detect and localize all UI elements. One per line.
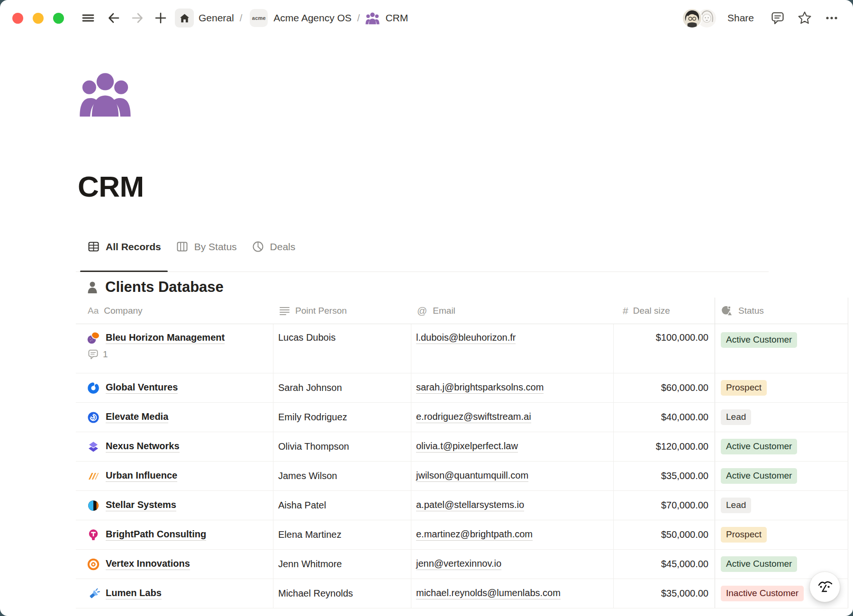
notion-ai-button[interactable] [809,571,840,602]
point-person-cell[interactable]: James Wilson [273,462,411,490]
point-person-cell[interactable]: Elena Martinez [273,520,411,549]
column-header-point-person[interactable]: Point Person [273,298,411,324]
company-cell[interactable]: Bleu Horizon Management 1 [76,324,273,373]
table-view-icon [88,241,100,253]
status-cell[interactable]: Active Customer [715,432,848,461]
collaborator-avatars[interactable] [682,8,717,28]
table-row: Global Ventures Sarah Johnson sarah.j@br… [76,373,848,403]
column-label: Email [433,306,455,316]
company-cell[interactable]: Nexus Networks [76,432,273,461]
column-header-email[interactable]: @ Email [411,298,613,324]
share-button[interactable]: Share [727,12,754,24]
company-cell[interactable]: Global Ventures [76,373,273,402]
status-badge: Active Customer [721,556,797,572]
column-header-deal-size[interactable]: # Deal size [613,298,715,324]
column-header-status[interactable]: Status [715,298,848,324]
status-cell[interactable]: Lead [715,403,848,432]
status-cell[interactable]: Lead [715,491,848,520]
email-cell[interactable]: l.dubois@bleuhorizon.fr [411,324,613,373]
workspace-logo[interactable]: acme [250,9,268,27]
new-tab-button[interactable] [154,11,167,25]
more-options-button[interactable] [825,11,839,25]
sidebar-menu-button[interactable] [81,11,95,25]
tab-all-records[interactable]: All Records [88,241,161,253]
comment-count-row[interactable]: 1 [87,349,108,360]
company-cell[interactable]: Lumen Labs [76,579,273,608]
company-cell[interactable]: Urban Influence [76,462,273,490]
breadcrumb-workspace[interactable]: Acme Agency OS [273,12,352,24]
point-person-cell[interactable]: Jenn Whitmore [273,550,411,579]
page-icon-button[interactable] [79,69,132,117]
company-cell[interactable]: Stellar Systems [76,491,273,520]
deal-size-cell[interactable]: $100,000.00 [613,324,715,373]
company-cell[interactable]: Elevate Media [76,403,273,432]
favorite-button[interactable] [797,10,812,26]
deal-size-cell[interactable]: $50,000.00 [613,520,715,549]
email-cell[interactable]: e.martinez@brightpath.com [411,520,613,549]
app-window: General / acme Acme Agency OS / CRM Shar… [0,0,853,616]
company-name-link[interactable]: Global Ventures [106,382,178,394]
company-name-link[interactable]: Nexus Networks [106,441,180,453]
minimize-window-button[interactable] [33,13,44,24]
point-person-cell[interactable]: Michael Reynolds [273,579,411,608]
email-cell[interactable]: jwilson@quantumquill.com [411,462,613,490]
back-button[interactable] [107,11,120,25]
status-cell[interactable]: Active Customer [715,462,848,490]
point-person: Emily Rodriguez [278,412,347,423]
email-link[interactable]: jwilson@quantumquill.com [416,470,528,482]
email-link[interactable]: olivia.t@pixelperfect.law [416,441,518,453]
breadcrumb-page[interactable]: CRM [385,12,408,24]
company-name-link[interactable]: Lumen Labs [106,588,162,599]
close-window-button[interactable] [12,13,23,24]
company-cell[interactable]: Vertex Innovations [76,550,273,579]
email-cell[interactable]: jenn@vertexinnov.io [411,550,613,579]
status-cell[interactable]: Prospect [715,520,848,549]
database-title[interactable]: Clients Database [105,279,224,296]
email-cell[interactable]: olivia.t@pixelperfect.law [411,432,613,461]
deal-size-cell[interactable]: $40,000.00 [613,403,715,432]
table-row: Urban Influence James Wilson jwilson@qua… [76,462,848,491]
point-person-cell[interactable]: Olivia Thompson [273,432,411,461]
company-name-link[interactable]: Vertex Innovations [106,558,190,570]
deal-size-cell[interactable]: $45,000.00 [613,550,715,579]
email-cell[interactable]: a.patel@stellarsystems.io [411,491,613,520]
status-badge: Lead [721,498,751,513]
email-link[interactable]: sarah.j@brightsparksolns.com [416,382,544,394]
company-name-link[interactable]: Elevate Media [106,411,168,423]
deal-size-cell[interactable]: $35,000.00 [613,462,715,490]
star-icon [797,10,812,26]
email-link[interactable]: l.dubois@bleuhorizon.fr [416,332,516,344]
tab-by-status[interactable]: By Status [176,241,237,253]
breadcrumb-home-button[interactable] [175,9,194,27]
company-name-link[interactable]: Stellar Systems [106,499,176,511]
email-link[interactable]: michael.reynolds@lumenlabs.com [416,588,561,599]
column-header-company[interactable]: Aa Company [76,298,273,324]
breadcrumb-root[interactable]: General [199,12,234,24]
point-person-cell[interactable]: Sarah Johnson [273,373,411,402]
email-link[interactable]: e.martinez@brightpath.com [416,529,533,541]
email-link[interactable]: e.rodriguez@swiftstream.ai [416,411,531,423]
deal-size-cell[interactable]: $70,000.00 [613,491,715,520]
company-name-link[interactable]: Bleu Horizon Management [106,332,225,344]
status-cell[interactable]: Prospect [715,373,848,402]
email-cell[interactable]: sarah.j@brightsparksolns.com [411,373,613,402]
deal-size-cell[interactable]: $120,000.00 [613,432,715,461]
page-title[interactable]: CRM [78,170,144,204]
status-cell[interactable]: Active Customer [715,324,848,373]
forward-button[interactable] [131,11,144,25]
tab-deals[interactable]: Deals [252,241,296,253]
comments-button[interactable] [771,11,785,25]
company-name-link[interactable]: Urban Influence [106,470,177,482]
company-cell[interactable]: BrightPath Consulting [76,520,273,549]
deal-size-cell[interactable]: $60,000.00 [613,373,715,402]
email-cell[interactable]: e.rodriguez@swiftstream.ai [411,403,613,432]
company-name-link[interactable]: BrightPath Consulting [106,529,206,541]
deal-size-cell[interactable]: $35,000.00 [613,579,715,608]
zoom-window-button[interactable] [53,13,64,24]
email-cell[interactable]: michael.reynolds@lumenlabs.com [411,579,613,608]
email-link[interactable]: jenn@vertexinnov.io [416,558,501,570]
email-link[interactable]: a.patel@stellarsystems.io [416,499,524,511]
point-person-cell[interactable]: Emily Rodriguez [273,403,411,432]
point-person-cell[interactable]: Aisha Patel [273,491,411,520]
point-person-cell[interactable]: Lucas Dubois [273,324,411,373]
